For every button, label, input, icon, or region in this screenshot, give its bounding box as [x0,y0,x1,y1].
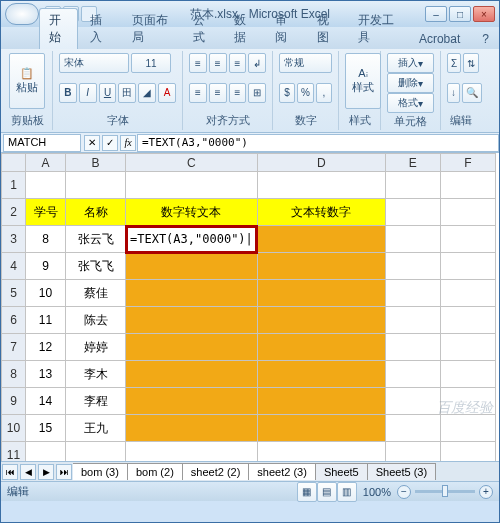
col-header-b[interactable]: B [66,154,126,172]
delete-cells-button[interactable]: 删除▾ [387,73,434,93]
row-header[interactable]: 2 [2,199,26,226]
tab-review[interactable]: 审阅 [265,8,304,49]
cell[interactable]: 15 [26,415,66,442]
border-button[interactable]: 田 [118,83,136,103]
cell[interactable] [440,415,495,442]
tab-acrobat[interactable]: Acrobat [409,28,470,49]
cell[interactable]: 8 [26,226,66,253]
cell[interactable] [385,334,440,361]
row-header[interactable]: 6 [2,307,26,334]
office-button[interactable] [5,3,39,25]
cancel-formula-button[interactable]: ✕ [84,135,100,151]
row-header[interactable]: 4 [2,253,26,280]
cell[interactable] [257,280,385,307]
col-header-f[interactable]: F [440,154,495,172]
tab-developer[interactable]: 开发工具 [348,8,407,49]
cell[interactable]: 14 [26,388,66,415]
cell[interactable]: 13 [26,361,66,388]
tab-layout[interactable]: 页面布局 [122,8,181,49]
merge-button[interactable]: ⊞ [248,83,266,103]
cell[interactable]: 12 [26,334,66,361]
cell[interactable] [440,307,495,334]
align-bot-button[interactable]: ≡ [229,53,247,73]
fill-color-button[interactable]: ◢ [138,83,156,103]
wrap-button[interactable]: ↲ [248,53,266,73]
tab-insert[interactable]: 插入 [80,8,119,49]
currency-button[interactable]: $ [279,83,295,103]
cell[interactable]: 学号 [26,199,66,226]
row-header[interactable]: 8 [2,361,26,388]
zoom-in-button[interactable]: + [479,485,493,499]
font-name-combo[interactable]: 宋体 [59,53,129,73]
cell[interactable]: 婷婷 [66,334,126,361]
col-header-e[interactable]: E [385,154,440,172]
cell[interactable]: 王九 [66,415,126,442]
font-color-button[interactable]: A [158,83,176,103]
cell[interactable] [126,307,258,334]
name-box[interactable]: MATCH [3,134,81,152]
cell[interactable] [440,388,495,415]
cell[interactable] [385,361,440,388]
cell[interactable] [257,415,385,442]
tab-nav-last[interactable]: ⏭ [56,464,72,480]
cell[interactable]: 蔡佳 [66,280,126,307]
cell[interactable] [440,361,495,388]
tab-nav-first[interactable]: ⏮ [2,464,18,480]
sheet-tab[interactable]: Sheet5 [315,463,368,480]
cell[interactable] [257,388,385,415]
maximize-button[interactable]: □ [449,6,471,22]
percent-button[interactable]: % [297,83,314,103]
bold-button[interactable]: B [59,83,77,103]
cell[interactable]: 陈去 [66,307,126,334]
view-normal-button[interactable]: ▦ [297,482,317,502]
comma-button[interactable]: , [316,83,332,103]
cell[interactable] [257,334,385,361]
autosum-button[interactable]: Σ [447,53,461,73]
col-header-d[interactable]: D [257,154,385,172]
worksheet[interactable]: A B C D E F 1 2 学号 名称 数字转文本 文本转数字 38张云飞=… [1,153,499,461]
cell[interactable] [257,253,385,280]
view-layout-button[interactable]: ▤ [317,482,337,502]
view-break-button[interactable]: ▥ [337,482,357,502]
cell[interactable] [126,361,258,388]
cell[interactable]: 李木 [66,361,126,388]
cell[interactable] [440,334,495,361]
row-header[interactable]: 5 [2,280,26,307]
tab-view[interactable]: 视图 [307,8,346,49]
underline-button[interactable]: U [99,83,117,103]
cell[interactable]: 名称 [66,199,126,226]
cell[interactable] [385,307,440,334]
sheet-tab[interactable]: bom (3) [73,463,128,480]
cell[interactable]: 文本转数字 [257,199,385,226]
row-header[interactable]: 7 [2,334,26,361]
paste-button[interactable]: 📋粘贴 [9,53,45,109]
sheet-tab[interactable]: sheet2 (2) [182,463,250,480]
cell[interactable] [257,361,385,388]
find-button[interactable]: 🔍 [462,83,482,103]
select-all-corner[interactable] [2,154,26,172]
fill-button[interactable]: ↓ [447,83,460,103]
cell[interactable]: =TEXT(A3,"0000")| [126,226,258,253]
tab-data[interactable]: 数据 [224,8,263,49]
cell[interactable] [257,226,385,253]
cell[interactable]: 9 [26,253,66,280]
cell[interactable] [126,415,258,442]
fx-button[interactable]: fx [120,135,136,151]
cell[interactable] [126,388,258,415]
col-header-c[interactable]: C [126,154,258,172]
cell[interactable] [385,415,440,442]
font-size-combo[interactable]: 11 [131,53,171,73]
styles-button[interactable]: Aᵢ样式 [345,53,381,109]
cell[interactable] [440,280,495,307]
cell[interactable]: 11 [26,307,66,334]
zoom-slider[interactable] [415,490,475,493]
formula-input[interactable]: =TEXT(A3,"0000") [137,134,499,152]
tab-nav-prev[interactable]: ◀ [20,464,36,480]
row-header[interactable]: 10 [2,415,26,442]
row-header[interactable]: 3 [2,226,26,253]
cell[interactable] [385,253,440,280]
cell[interactable] [385,226,440,253]
minimize-button[interactable]: – [425,6,447,22]
sheet-tab[interactable]: bom (2) [127,463,183,480]
row-header[interactable]: 9 [2,388,26,415]
